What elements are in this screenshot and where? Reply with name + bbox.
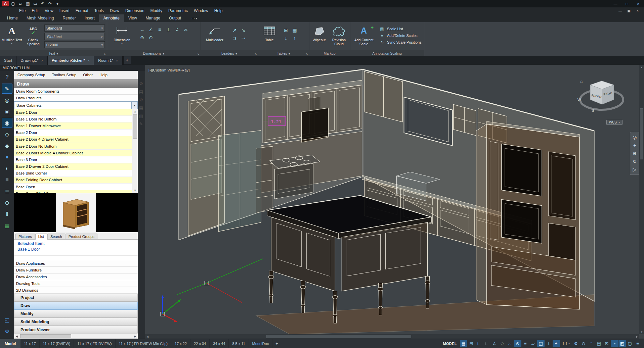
snap-mode-icon[interactable]: ⊞	[468, 340, 475, 347]
add-leader-icon[interactable]: ↗	[230, 26, 239, 34]
markup-panel-title[interactable]: Markup	[309, 50, 350, 56]
stack-icon[interactable]: ≣	[2, 186, 12, 196]
product-list-item[interactable]: Base 2 Doors Middle 4 Drawer Cabinet	[14, 150, 132, 156]
preview-cell-left[interactable]	[14, 193, 56, 232]
layout-tab-11-x-17[interactable]: 11 x 17	[20, 339, 39, 348]
autocad-logo[interactable]: A	[2, 1, 9, 6]
ribbon-display-toggle-icon[interactable]: ▭ ▾	[189, 14, 200, 22]
annotation-scaling-item-add-delete-scales[interactable]: ±Add/Delete Scales	[379, 32, 422, 39]
product-list-item[interactable]: Base Folding Door Cabinet	[14, 177, 132, 184]
palette-horizontal-scrollbar[interactable]: ◀ ▶	[14, 333, 138, 339]
palette-row-draw-room-components[interactable]: Draw Room Components	[14, 88, 138, 95]
infer-constraints-icon[interactable]: ∟	[475, 340, 483, 347]
palette-title[interactable]: MICROVELLUM	[0, 65, 145, 71]
product-list-item[interactable]: Base 3 Door	[14, 156, 132, 163]
dynamic-input-icon[interactable]: ±	[553, 340, 560, 347]
dialog-launcher-icon[interactable]: ↘	[197, 52, 200, 55]
layout-tab-11-x-17-dview[interactable]: 11 x 17 (DVIEW)	[40, 339, 74, 348]
scrollbar-thumb[interactable]	[266, 335, 411, 338]
save-icon[interactable]: ▦	[25, 1, 31, 6]
layout-tab-11-x-17-fr-dview[interactable]: 11 x 17 ( FR DVIEW)	[74, 339, 115, 348]
search-icon[interactable]: ⌕	[100, 34, 103, 39]
annotation-scaling-panel-title[interactable]: Annotation Scaling	[350, 50, 424, 56]
find-text-field[interactable]: ⌕	[44, 33, 105, 40]
menu-item-insert[interactable]: Insert	[56, 7, 73, 14]
text-panel-title[interactable]: Text▾	[0, 50, 107, 56]
upload-to-source-icon[interactable]: ↑	[290, 34, 299, 42]
3d-box-icon[interactable]: ▣	[2, 106, 12, 116]
ribbon-tab-output[interactable]: Output	[165, 14, 185, 22]
product-list-scrollbar[interactable]: ▲ ▼	[132, 109, 138, 193]
window-icon[interactable]: ◱	[2, 315, 12, 325]
dimension-break-icon[interactable]: ≠	[173, 26, 181, 34]
menu-item-parametric[interactable]: Parametric	[165, 7, 191, 14]
clean-screen-icon[interactable]: ▢	[626, 340, 634, 347]
hand-icon[interactable]: ◐	[2, 163, 12, 173]
table-button[interactable]: Table	[260, 24, 279, 42]
dialog-launcher-icon[interactable]: ↘	[103, 52, 106, 55]
ortho-icon[interactable]: ∟	[483, 340, 490, 347]
bold-gear-icon[interactable]: ⚙	[138, 96, 144, 104]
data-link-icon[interactable]: ▦	[290, 26, 299, 34]
viewcube[interactable]: W S FRONT RIGHT ⌂	[575, 73, 629, 120]
palette-section-draw[interactable]: Draw	[14, 302, 138, 310]
remove-leader-icon[interactable]: ↘	[239, 26, 248, 34]
preview-cell-right[interactable]	[96, 193, 138, 232]
menu-item-window[interactable]: Window	[191, 7, 211, 14]
ribbon-tab-render[interactable]: Render	[58, 14, 80, 22]
ellipse-icon[interactable]: ◆	[2, 141, 12, 151]
properties-icon[interactable]: ▤	[138, 88, 144, 96]
annotation-scaling-item-scale-list[interactable]: ▤Scale List	[379, 26, 422, 32]
layout-tab-11-x-17-fr-dview-min-clip[interactable]: 11 x 17 ( FR DVIEW Min Clip)	[116, 339, 171, 348]
palette-menu-company-setup[interactable]: Company Setup	[14, 73, 48, 77]
grid-icon[interactable]: ▦	[460, 340, 467, 347]
extract-data-icon[interactable]: ⊞	[282, 26, 290, 34]
product-list-item[interactable]: Base 2 Door No Bottom	[14, 143, 132, 150]
preview-tab-search[interactable]: Search	[47, 234, 65, 239]
document-icon[interactable]: ▥	[138, 112, 144, 120]
scroll-down-icon[interactable]: ▼	[132, 188, 138, 193]
model-tab[interactable]: Model	[0, 339, 20, 348]
selected-item-value[interactable]: Base 1 Door	[17, 247, 134, 252]
open-file-icon[interactable]: ▱	[17, 1, 24, 6]
layers-icon[interactable]: ≡	[2, 175, 12, 185]
text-style-dropdown[interactable]: Standard ▾	[44, 24, 105, 32]
menu-item-format[interactable]: Format	[73, 7, 91, 14]
spiral-icon[interactable]: ◎	[2, 95, 12, 105]
linear-dimension-icon[interactable]: ↔	[138, 26, 146, 34]
quick-properties-icon[interactable]: ▤	[595, 340, 603, 347]
dialog-launcher-icon[interactable]: ↘	[254, 52, 257, 55]
viewport-controls-label[interactable]: [-][Custom View][X-Ray]	[148, 68, 190, 72]
minimize-icon[interactable]: —	[616, 8, 625, 14]
palette-row-2d-drawings[interactable]: 2D Drawings	[14, 287, 138, 294]
annotation-scaling-item-sync-scale-positions[interactable]: ↻Sync Scale Positions	[379, 39, 422, 46]
find-text-input[interactable]	[46, 34, 100, 39]
viewcube-west-label[interactable]: W	[577, 98, 581, 102]
palette-menu-other[interactable]: Other	[80, 73, 96, 77]
lineweight-icon[interactable]: ≡	[522, 340, 529, 347]
angular-dimension-icon[interactable]: ∠	[146, 26, 155, 34]
sphere-icon[interactable]: ●	[2, 152, 12, 162]
menu-item-dimension[interactable]: Dimension	[122, 7, 147, 14]
viewport-horizontal-scrollbar[interactable]: ◀ ▶	[145, 334, 639, 339]
workspace-switching-icon[interactable]: ⚙	[572, 340, 579, 347]
ribbon-tab-mesh-modeling[interactable]: Mesh Modeling	[22, 14, 58, 22]
product-list-item[interactable]: Base Open	[14, 184, 132, 190]
pin-icon[interactable]: ⊙	[2, 198, 12, 208]
annotation-monitor-icon[interactable]: ⊚	[580, 340, 587, 347]
revision-cloud-button[interactable]: Revision Cloud	[329, 24, 349, 46]
close-icon[interactable]: ×	[633, 0, 644, 7]
viewport-vertical-scrollbar[interactable]: ▲ ▼	[639, 65, 644, 334]
file-tab-room-1[interactable]: Room 1*×	[94, 56, 122, 65]
isometric-drafting-icon[interactable]: ◇	[499, 340, 506, 347]
layout-tab-22-x-34[interactable]: 22 x 34	[190, 339, 210, 348]
product-list-item[interactable]: Base 2 Door	[14, 130, 132, 136]
settings-gear-icon[interactable]: ⚙	[2, 326, 12, 336]
object-snap-icon[interactable]: ⊙	[514, 340, 521, 347]
zoom-icon[interactable]: ⊕	[630, 149, 639, 157]
layout-tab-17-x-22[interactable]: 17 x 22	[171, 339, 190, 348]
tables-panel-title[interactable]: Tables▾	[258, 50, 309, 56]
multiline-text-button[interactable]: A Multiline Text ▾	[1, 24, 22, 45]
menu-item-tools[interactable]: Tools	[91, 7, 107, 14]
multileader-button[interactable]: Multileader	[203, 24, 227, 42]
